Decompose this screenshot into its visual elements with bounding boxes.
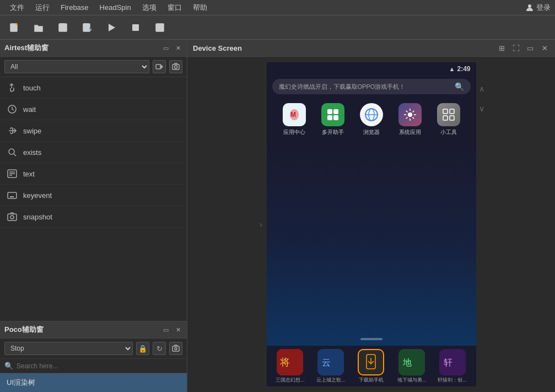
browser-label: 浏览器 xyxy=(363,128,380,136)
grid-view-button[interactable]: ⊞ xyxy=(497,43,506,53)
poco-lock-button[interactable]: 🔒 xyxy=(136,342,149,355)
menu-item-run[interactable]: 运行 xyxy=(30,1,55,15)
menu-item-help[interactable]: 帮助 xyxy=(187,1,213,15)
api-item-text[interactable]: text xyxy=(0,163,187,185)
svg-point-24 xyxy=(175,66,177,68)
menu-bar: 文件 运行 Firebase HeadSpin 选项 窗口 帮助 登录 xyxy=(0,0,555,15)
svg-point-50 xyxy=(408,112,412,117)
search-icon: 🔍 xyxy=(4,362,13,370)
phone-status-bar: ▲ 2:49 xyxy=(267,62,476,76)
poco-search-input[interactable] xyxy=(17,362,182,370)
snapshot-label: snapshot xyxy=(23,213,52,221)
exists-icon xyxy=(7,147,18,158)
app-item-tools[interactable]: 小工具 xyxy=(432,103,465,136)
screen-right-sidebar: ∧ ∨ xyxy=(476,62,487,386)
swipe-icon xyxy=(7,125,18,136)
app-item-sysapp[interactable]: 系统应用 xyxy=(394,103,427,136)
poco-refresh-button[interactable]: ↻ xyxy=(153,342,166,355)
app-item-browser[interactable]: 浏览器 xyxy=(355,103,388,136)
svg-marker-15 xyxy=(109,24,115,31)
phone-search-bar[interactable]: 魔幻史诗燃战开启，下载赢取OPPO游戏手机！ 🔍 xyxy=(272,79,471,94)
api-item-keyevent[interactable]: keyevent xyxy=(0,185,187,206)
touch-label: touch xyxy=(23,84,41,92)
phone-search-text: 魔幻史诗燃战开启，下载赢取OPPO游戏手机！ xyxy=(279,83,406,91)
tools-icon xyxy=(437,103,460,126)
svg-rect-10 xyxy=(84,24,87,26)
api-item-snapshot[interactable]: snapshot xyxy=(0,206,187,228)
airtest-filter-row: All xyxy=(0,57,187,77)
collapse-up-button[interactable]: ∧ xyxy=(479,84,484,93)
open-button[interactable] xyxy=(31,20,46,35)
text-label: text xyxy=(23,170,35,178)
collapse-down-button[interactable]: ∨ xyxy=(479,104,484,113)
svg-rect-44 xyxy=(333,109,338,114)
menu-item-firebase[interactable]: Firebase xyxy=(55,1,94,14)
airtest-filter-select[interactable]: All xyxy=(4,60,149,73)
status-time: 2:49 xyxy=(457,65,470,73)
poco-panel: Poco辅助窗 ▭ ✕ Stop 🔒 ↻ 🔍 xyxy=(0,321,187,392)
app-item-appstore[interactable]: M 应用中心 xyxy=(278,103,311,136)
sysapp-icon xyxy=(398,103,422,126)
poco-close-button[interactable]: ✕ xyxy=(174,325,182,334)
game-item-download[interactable]: 下载助手机 xyxy=(355,349,386,383)
tools-label: 小工具 xyxy=(440,128,457,136)
app-item-multiopen[interactable]: 多开助手 xyxy=(316,103,349,136)
restore-button[interactable]: ▭ xyxy=(525,43,535,53)
save-button[interactable] xyxy=(55,20,71,35)
game-item-sanguo[interactable]: 将 三国志幻想... xyxy=(274,349,305,383)
fullscreen-button[interactable]: ⛶ xyxy=(511,43,521,53)
menu-item-headspin[interactable]: HeadSpin xyxy=(94,1,137,14)
svg-rect-52 xyxy=(450,109,454,114)
svg-rect-11 xyxy=(84,28,89,30)
game-item-xuanyuan[interactable]: 轩 轩辕剑：创... xyxy=(437,349,468,383)
poco-filter-row: Stop 🔒 ↻ xyxy=(0,339,187,359)
xuanyuan-label: 轩辕剑：创... xyxy=(438,377,467,383)
poco-search-row: 🔍 xyxy=(0,359,187,373)
stop-button[interactable] xyxy=(128,20,143,35)
airtest-record-button[interactable] xyxy=(153,60,166,73)
api-item-touch[interactable]: touch xyxy=(0,77,187,99)
phone-screen: ▲ 2:49 魔幻史诗燃战开启，下载赢取OPPO游戏手机！ 🔍 M 应用中心 xyxy=(267,62,476,386)
left-panel: Airtest辅助窗 ▭ ✕ All touch xyxy=(0,40,187,392)
phone-middle-area xyxy=(267,142,476,346)
phone-search-icon: 🔍 xyxy=(455,82,464,91)
sysapp-label: 系统应用 xyxy=(399,128,421,136)
game-item-cloud[interactable]: 云 云上城之歌... xyxy=(315,349,346,383)
svg-rect-53 xyxy=(443,116,448,120)
poco-minimize-button[interactable]: ▭ xyxy=(161,325,170,334)
airtest-camera-button[interactable] xyxy=(169,60,182,73)
menu-item-window[interactable]: 窗口 xyxy=(162,1,187,15)
svg-text:地: 地 xyxy=(402,358,412,367)
new-button[interactable] xyxy=(7,20,22,35)
script-button[interactable] xyxy=(152,20,168,35)
dungeon-label: 地下城与勇... xyxy=(397,377,427,383)
close-screen-button[interactable]: ✕ xyxy=(540,43,549,53)
appstore-label: 应用中心 xyxy=(283,128,305,136)
keyevent-icon xyxy=(7,190,18,201)
api-item-exists[interactable]: exists xyxy=(0,142,187,163)
snapshot-icon xyxy=(7,211,18,222)
save-as-button[interactable] xyxy=(79,20,95,35)
login-label: 登录 xyxy=(536,3,551,13)
text-icon xyxy=(7,168,18,179)
run-button[interactable] xyxy=(104,20,119,35)
sanguo-label: 三国志幻想... xyxy=(276,377,305,383)
xuanyuan-icon: 轩 xyxy=(439,349,466,375)
sanguo-icon: 将 xyxy=(277,349,303,375)
api-item-wait[interactable]: wait xyxy=(0,99,187,120)
login-button[interactable]: 登录 xyxy=(525,3,551,13)
screen-left-handle[interactable]: › xyxy=(256,62,267,386)
menu-item-options[interactable]: 选项 xyxy=(137,1,162,15)
api-item-swipe[interactable]: swipe xyxy=(0,120,187,142)
airtest-minimize-button[interactable]: ▭ xyxy=(161,44,170,52)
airtest-close-button[interactable]: ✕ xyxy=(174,44,182,52)
browser-icon xyxy=(360,103,383,126)
poco-mode-select[interactable]: Stop xyxy=(4,342,133,355)
game-item-dungeon[interactable]: 地 地下城与勇... xyxy=(396,349,427,383)
svg-point-26 xyxy=(9,149,14,154)
poco-tree-item[interactable]: UI渲染树 xyxy=(0,373,187,392)
svg-rect-1 xyxy=(10,24,17,31)
right-panel: Device Screen ⊞ ⛶ ▭ ✕ › ▲ 2:49 魔 xyxy=(187,40,555,392)
poco-screenshot-button[interactable] xyxy=(169,342,182,355)
menu-item-file[interactable]: 文件 xyxy=(4,1,30,15)
